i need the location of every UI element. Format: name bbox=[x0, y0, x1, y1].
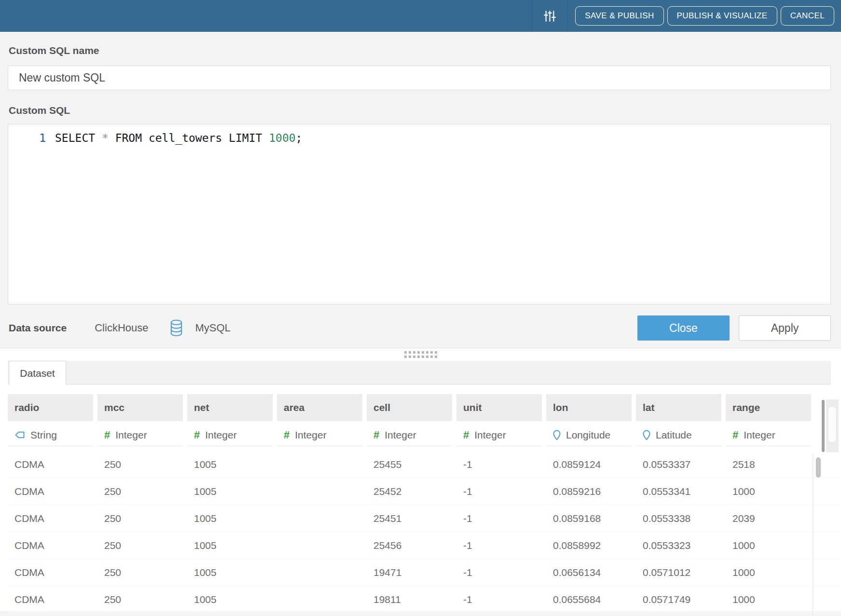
apply-button[interactable]: Apply bbox=[739, 315, 831, 341]
datasource-clickhouse[interactable]: ClickHouse bbox=[95, 322, 148, 334]
column-type-label: Integer bbox=[474, 429, 506, 441]
close-button[interactable]: Close bbox=[637, 315, 730, 341]
cancel-button[interactable]: CANCEL bbox=[781, 6, 834, 26]
column-header-unit: unit bbox=[456, 394, 542, 421]
pane-scrollbar-thumb[interactable] bbox=[828, 406, 837, 443]
publish-visualize-button[interactable]: PUBLISH & VISUALIZE bbox=[667, 6, 777, 26]
line-number: 1 bbox=[8, 132, 46, 144]
database-icon bbox=[169, 319, 183, 337]
column-type-label: Longitude bbox=[566, 429, 610, 441]
scrollbar-thumb-dark[interactable] bbox=[822, 400, 825, 452]
column-type-unit: #Integer bbox=[456, 424, 542, 446]
table-cell: CDMA bbox=[8, 451, 93, 478]
code-token-keyword: LIMIT bbox=[229, 132, 262, 144]
table-cell: 1000 bbox=[726, 559, 811, 586]
integer-icon: # bbox=[284, 429, 290, 441]
column-type-lon: Longitude bbox=[546, 424, 632, 446]
custom-sql-name-input[interactable] bbox=[8, 66, 831, 90]
table-header-row: radiomccnetareacellunitlonlatrange bbox=[8, 394, 841, 421]
table-cell bbox=[277, 505, 362, 532]
table-cell: 0.0858992 bbox=[546, 532, 632, 559]
custom-sql-label: Custom SQL bbox=[9, 105, 841, 116]
table-cell: -1 bbox=[456, 559, 542, 586]
column-header-cell: cell bbox=[367, 394, 452, 421]
column-header-area: area bbox=[277, 394, 362, 421]
table-cell: 19471 bbox=[367, 559, 452, 586]
column-type-cell: #Integer bbox=[367, 424, 452, 446]
table-cell: 0.0859168 bbox=[546, 505, 632, 532]
code-token-number: 1000 bbox=[269, 132, 295, 144]
table-cell: 250 bbox=[97, 505, 183, 532]
column-header-radio: radio bbox=[8, 394, 93, 421]
table-cell: 1005 bbox=[187, 505, 273, 532]
column-type-label: Integer bbox=[385, 429, 416, 441]
table-right-divider bbox=[813, 453, 813, 616]
table-cell: 19811 bbox=[367, 586, 452, 613]
table-cell: 25455 bbox=[367, 451, 452, 478]
table-cell bbox=[277, 559, 362, 586]
table-cell: 1005 bbox=[187, 478, 273, 505]
save-publish-button[interactable]: SAVE & PUBLISH bbox=[575, 6, 663, 26]
table-cell bbox=[277, 451, 362, 478]
table-cell: CDMA bbox=[8, 532, 93, 559]
table-cell: 2518 bbox=[726, 451, 811, 478]
datasource-mysql[interactable]: MySQL bbox=[169, 319, 230, 337]
table-cell: 2039 bbox=[726, 505, 811, 532]
tab-dataset[interactable]: Dataset bbox=[9, 361, 66, 385]
sql-editor[interactable]: 1 SELECT * FROM cell_towers LIMIT 1000; bbox=[8, 124, 831, 304]
table-row: CDMA250100519471-10.06561340.05710121000 bbox=[8, 559, 841, 586]
string-icon bbox=[14, 431, 25, 439]
preview-table: radiomccnetareacellunitlonlatrangeString… bbox=[0, 384, 841, 613]
table-cell: 0.0571012 bbox=[636, 559, 721, 586]
column-type-label: Integer bbox=[744, 429, 775, 441]
table-cell: -1 bbox=[456, 505, 542, 532]
code-line: SELECT * FROM cell_towers LIMIT 1000; bbox=[55, 132, 302, 144]
table-cell: 0.0655684 bbox=[546, 586, 632, 613]
column-header-net: net bbox=[187, 394, 273, 421]
table-cell: 250 bbox=[97, 532, 183, 559]
table-cell: 0.0553341 bbox=[636, 478, 721, 505]
table-row: CDMA250100525451-10.08591680.05533382039 bbox=[8, 505, 841, 532]
integer-icon: # bbox=[104, 429, 110, 441]
table-row: CDMA250100519811-10.06556840.05717491000 bbox=[8, 586, 841, 613]
table-cell: 0.0571749 bbox=[636, 586, 721, 613]
integer-icon: # bbox=[373, 429, 379, 441]
table-row: CDMA250100525456-10.08589920.05533231000 bbox=[8, 532, 841, 559]
code-token-keyword: SELECT bbox=[55, 132, 95, 144]
column-header-lon: lon bbox=[546, 394, 632, 421]
table-type-row: String#Integer#Integer#Integer#Integer#I… bbox=[8, 424, 841, 446]
column-type-label: String bbox=[30, 429, 57, 441]
code-token-punctuation: ; bbox=[296, 132, 303, 144]
grid-scrollbar-thumb[interactable] bbox=[816, 457, 821, 478]
table-cell bbox=[277, 532, 362, 559]
column-type-lat: Latitude bbox=[636, 424, 721, 446]
column-header-range: range bbox=[726, 394, 811, 421]
table-row: CDMA250100525452-10.08592160.05533411000 bbox=[8, 478, 841, 505]
pane-resizer bbox=[0, 348, 841, 361]
table-cell: -1 bbox=[456, 586, 542, 613]
code-token-operator: * bbox=[102, 132, 109, 144]
toolbar-buttons: SAVE & PUBLISH PUBLISH & VISUALIZE CANCE… bbox=[575, 6, 834, 26]
sliders-icon[interactable] bbox=[532, 0, 567, 32]
column-type-label: Integer bbox=[295, 429, 326, 441]
column-type-radio: String bbox=[8, 424, 93, 446]
table-cell: 0.0859216 bbox=[546, 478, 632, 505]
table-cell: 25451 bbox=[367, 505, 452, 532]
table-cell: 250 bbox=[97, 451, 183, 478]
column-type-net: #Integer bbox=[187, 424, 273, 446]
table-cell: -1 bbox=[456, 532, 542, 559]
toolbar-divider bbox=[567, 0, 567, 32]
table-cell: CDMA bbox=[8, 586, 93, 613]
table-cell: -1 bbox=[456, 478, 542, 505]
table-cell: 1000 bbox=[726, 478, 811, 505]
table-cell: 1005 bbox=[187, 532, 273, 559]
column-type-area: #Integer bbox=[277, 424, 362, 446]
code-token-identifier: cell_towers bbox=[149, 132, 222, 144]
table-cell bbox=[277, 586, 362, 613]
table-cell: 1005 bbox=[187, 586, 273, 613]
table-cell: 0.0859124 bbox=[546, 451, 632, 478]
table-rows: CDMA250100525455-10.08591240.05533372518… bbox=[8, 451, 841, 613]
pane-resizer-handle[interactable] bbox=[404, 351, 437, 358]
longitude-icon bbox=[553, 430, 561, 440]
table-cell: 0.0553323 bbox=[636, 532, 721, 559]
